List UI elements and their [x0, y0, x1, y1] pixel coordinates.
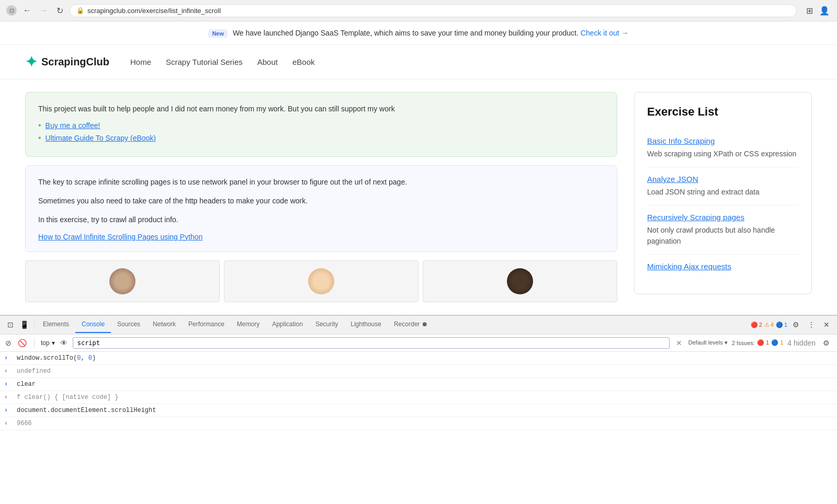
- checkout-link[interactable]: Check it out →: [581, 29, 629, 37]
- forward-button[interactable]: →: [38, 5, 50, 16]
- tab-console[interactable]: Console: [75, 316, 111, 333]
- support-text: This project was built to help people an…: [38, 103, 604, 114]
- avatar-2: [308, 268, 334, 294]
- warning-badge: ⚠ 4: [764, 322, 774, 328]
- product-card-3: [423, 260, 617, 302]
- context-selector[interactable]: top ▾: [41, 339, 55, 347]
- console-input-clear[interactable]: ✕: [674, 338, 684, 348]
- exercise-para-2: Sometimes you also need to take care of …: [38, 195, 604, 208]
- console-line-4: ‹ f clear() { [native code] }: [0, 391, 837, 404]
- issues-count: 2 Issues: 🔴 1 🔵 1: [732, 339, 783, 346]
- console-line-3: › clear: [0, 378, 837, 391]
- buy-coffee-link[interactable]: Buy me a coffee!: [46, 121, 100, 130]
- console-out-1: undefined: [17, 366, 833, 376]
- site-logo[interactable]: ✦ ScrapingClub: [25, 53, 109, 71]
- more-options-button[interactable]: [805, 318, 818, 331]
- support-links-list: Buy me a coffee! Ultimate Guide To Scrap…: [38, 121, 604, 143]
- nav-home[interactable]: Home: [130, 58, 151, 66]
- show-hide-btn[interactable]: 👁: [59, 338, 69, 348]
- exercise-desc-1: Web scraping using XPath or CSS expressi…: [647, 148, 799, 159]
- tab-recorder[interactable]: Recorder ⏺: [388, 316, 434, 333]
- console-out-3: 9666: [17, 419, 833, 428]
- devtools-separator: [34, 319, 35, 330]
- console-clear-btn[interactable]: 🚫: [17, 338, 28, 348]
- browser-chrome: ⊡ ← → ↻ 🔒 scrapingclub.com/exercise/list…: [0, 0, 837, 21]
- tab-network[interactable]: Network: [146, 316, 182, 333]
- support-link-item-1: Buy me a coffee!: [38, 121, 604, 130]
- input-prompt-3: ›: [4, 406, 13, 415]
- devtools-device-btn[interactable]: 📱: [17, 318, 32, 331]
- exercise-item-3: Recursively Scraping pages Not only craw…: [647, 205, 799, 255]
- issues-error-count: 🔴 1: [757, 339, 769, 346]
- console-block-btn[interactable]: ⊘: [4, 338, 13, 348]
- extensions-button[interactable]: ⊞: [805, 5, 814, 17]
- input-prompt-2: ›: [4, 380, 13, 389]
- browser-titlebar: ⊡ ← → ↻ 🔒 scrapingclub.com/exercise/list…: [0, 0, 837, 21]
- main-content: This project was built to help people an…: [0, 79, 837, 315]
- crawl-guide-link[interactable]: How to Crawl Infinite Scrolling Pages us…: [38, 233, 202, 241]
- announcement-text: We have launched Django SaaS Template, w…: [233, 29, 579, 37]
- logo-text: ScrapingClub: [41, 56, 109, 68]
- site-header: ✦ ScrapingClub Home Scrapy Tutorial Seri…: [0, 45, 837, 79]
- exercise-item-2: Analyze JSON Load JSON string and extrac…: [647, 167, 799, 205]
- reload-button[interactable]: ↻: [54, 5, 65, 17]
- support-info-box: This project was built to help people an…: [25, 92, 617, 157]
- console-settings-btn[interactable]: [820, 337, 833, 349]
- exercise-description-box: The key to scrape infinite scrolling pag…: [25, 165, 617, 251]
- ebook-link[interactable]: Ultimate Guide To Scrapy (eBook): [46, 134, 156, 142]
- console-cmd-2: clear: [17, 380, 833, 389]
- error-badge: 🔴 2: [751, 322, 762, 328]
- devtools-right-icons: 🔴 2 ⚠ 4 🔵 1: [751, 318, 833, 331]
- nav-about[interactable]: About: [257, 58, 278, 66]
- console-input[interactable]: [73, 337, 670, 349]
- content-right: Exercise List Basic Info Scraping Web sc…: [634, 92, 812, 302]
- tab-application[interactable]: Application: [266, 316, 309, 333]
- tab-memory[interactable]: Memory: [231, 316, 266, 333]
- announcement-banner: New We have launched Django SaaS Templat…: [0, 21, 837, 45]
- exercise-link-4[interactable]: Mimicking Ajax requests: [647, 262, 799, 271]
- context-value: top: [41, 339, 50, 347]
- close-devtools-button[interactable]: [820, 318, 833, 331]
- tab-security[interactable]: Security: [309, 316, 344, 333]
- window-expand-btn[interactable]: ⊡: [6, 5, 17, 16]
- address-bar[interactable]: 🔒 scrapingclub.com/exercise/list_infinit…: [70, 4, 797, 17]
- lock-icon: 🔒: [76, 7, 84, 14]
- console-cmd-1: window.scrollTo(0, 0): [17, 353, 833, 363]
- exercise-link-1[interactable]: Basic Info Scraping: [647, 136, 799, 145]
- exercise-link-2[interactable]: Analyze JSON: [647, 175, 799, 184]
- window-controls: ⊡: [6, 5, 17, 16]
- levels-dropdown[interactable]: Default levels ▾: [688, 339, 728, 346]
- console-toolbar: ⊘ 🚫 top ▾ 👁 ✕ Default levels ▾ 2 Issues:…: [0, 335, 837, 352]
- content-left: This project was built to help people an…: [25, 92, 617, 302]
- output-prompt-1: ‹: [4, 366, 13, 376]
- products-preview: [25, 260, 617, 302]
- avatar-1: [109, 268, 135, 294]
- exercise-list-title: Exercise List: [647, 105, 799, 119]
- nav-scrapy[interactable]: Scrapy Tutorial Series: [166, 58, 243, 66]
- support-link-item-2: Ultimate Guide To Scrapy (eBook): [38, 133, 604, 143]
- console-out-2: f clear() { [native code] }: [17, 393, 833, 402]
- exercise-link-3[interactable]: Recursively Scraping pages: [647, 213, 799, 222]
- back-button[interactable]: ←: [21, 5, 33, 16]
- toolbar-separator: [34, 338, 35, 348]
- hidden-count: 4 hidden: [787, 339, 816, 347]
- issues-warning-count: 🔵 1: [771, 339, 783, 346]
- devtools-inspect-btn[interactable]: ⊡: [4, 318, 17, 331]
- exercise-list-panel: Exercise List Basic Info Scraping Web sc…: [634, 92, 812, 294]
- tab-performance[interactable]: Performance: [182, 316, 231, 333]
- profile-button[interactable]: 👤: [818, 5, 831, 17]
- console-line-6: ‹ 9666: [0, 417, 837, 430]
- console-line-5: › document.documentElement.scrollHeight: [0, 404, 837, 417]
- tab-sources[interactable]: Sources: [111, 316, 146, 333]
- tab-elements[interactable]: Elements: [37, 316, 75, 333]
- console-line-1: › window.scrollTo(0, 0): [0, 352, 837, 365]
- logo-icon: ✦: [25, 53, 37, 71]
- product-card-2: [224, 260, 418, 302]
- exercise-item-1: Basic Info Scraping Web scraping using X…: [647, 129, 799, 167]
- site-nav: Home Scrapy Tutorial Series About eBook: [130, 58, 315, 66]
- console-output: › window.scrollTo(0, 0) ‹ undefined › cl…: [0, 352, 837, 435]
- info-badge: 🔵 1: [776, 322, 787, 328]
- tab-lighthouse[interactable]: Lighthouse: [344, 316, 388, 333]
- settings-button[interactable]: [789, 318, 802, 331]
- nav-ebook[interactable]: eBook: [292, 58, 315, 66]
